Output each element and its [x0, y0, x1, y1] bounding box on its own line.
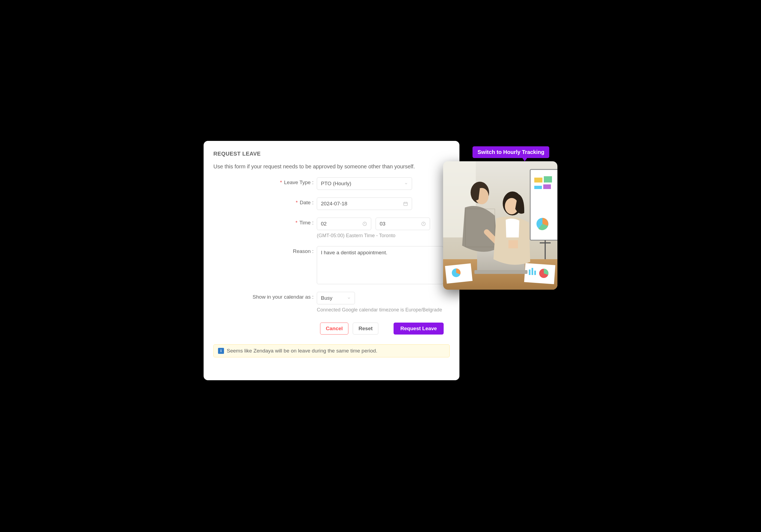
leave-request-form: REQUEST LEAVE Use this form if your requ… [204, 141, 459, 380]
leave-type-select[interactable]: PTO (Hourly) [317, 177, 412, 190]
chevron-down-icon [347, 296, 351, 300]
leave-type-value: PTO (Hourly) [321, 181, 351, 186]
reason-value: I have a dentist appointment. [321, 250, 387, 256]
field-leave-type: * Leave Type : PTO (Hourly) [213, 177, 450, 190]
field-calendar: Show in your calendar as : Busy Connecte… [213, 292, 450, 313]
info-icon: i [218, 348, 224, 354]
svg-rect-12 [543, 185, 551, 189]
svg-rect-10 [544, 176, 552, 183]
time-label: * Time : [296, 220, 314, 226]
date-input[interactable]: 2024-07-18 [317, 197, 412, 210]
form-actions: Cancel Reset Request Leave [320, 323, 450, 335]
calendar-icon [403, 201, 408, 206]
time-end-value: 03 [380, 221, 385, 227]
field-reason: Reason : I have a dentist appointment. [213, 246, 450, 284]
hourly-tracking-callout: Switch to Hourly Tracking [473, 146, 549, 158]
timezone-note: (GMT-05:00) Eastern Time - Toronto [317, 233, 450, 239]
reason-label: Reason : [293, 248, 314, 254]
form-title: REQUEST LEAVE [213, 151, 450, 157]
leave-type-label: * Leave Type : [280, 180, 314, 185]
time-start-value: 02 [321, 221, 326, 227]
field-date: * Date : 2024-07-18 [213, 197, 450, 210]
request-leave-button[interactable]: Request Leave [393, 323, 444, 335]
reason-textarea[interactable]: I have a dentist appointment. [317, 246, 443, 284]
date-label: * Date : [296, 200, 314, 205]
calendar-label: Show in your calendar as : [253, 294, 314, 300]
form-subtitle: Use this form if your request needs to b… [213, 163, 450, 170]
date-value: 2024-07-18 [321, 201, 347, 207]
svg-rect-0 [404, 202, 407, 206]
svg-rect-23 [534, 271, 536, 275]
svg-rect-9 [534, 178, 543, 183]
field-time: * Time : 02 03 [213, 218, 450, 239]
time-start-input[interactable]: 02 [317, 218, 371, 230]
svg-rect-25 [474, 270, 527, 274]
svg-rect-21 [529, 270, 530, 275]
chevron-down-icon [404, 182, 408, 186]
svg-rect-31 [508, 240, 518, 248]
cancel-button[interactable]: Cancel [320, 323, 348, 335]
svg-rect-11 [534, 186, 542, 189]
promo-photo [443, 161, 557, 290]
calendar-status-value: Busy [321, 295, 332, 301]
conflict-info-text: Seems like Zendaya will be on leave duri… [227, 348, 377, 354]
clock-icon [362, 221, 367, 226]
calendar-status-select[interactable]: Busy [317, 292, 355, 304]
calendar-timezone-note: Connected Google calendar timezone is Eu… [317, 307, 450, 313]
conflict-info-banner: i Seems like Zendaya will be on leave du… [213, 344, 450, 357]
clock-icon [421, 221, 426, 226]
svg-rect-22 [532, 268, 533, 275]
time-end-input[interactable]: 03 [376, 218, 430, 230]
reset-button[interactable]: Reset [353, 323, 378, 335]
